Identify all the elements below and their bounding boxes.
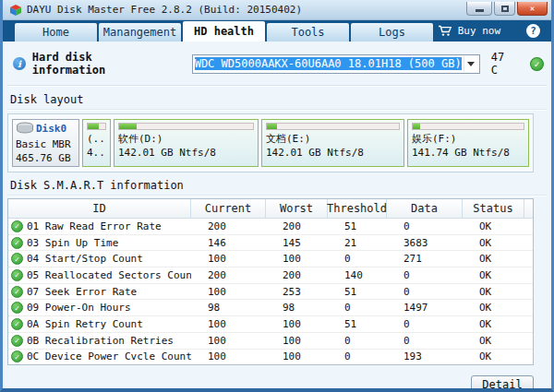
partition-detail: 4... [87, 146, 106, 160]
attribute-current-cell: 100 [191, 318, 266, 330]
partition-name: 软件(D:) [118, 132, 254, 146]
attribute-threshold-cell: 0 [328, 302, 387, 314]
disk-temperature: 47 C [491, 51, 517, 77]
ok-check-icon: ✓ [11, 335, 23, 347]
smart-table-row[interactable]: ✓0C Device Power Cvcle Count1001000193OK [8, 350, 533, 366]
smart-table-row[interactable]: ✓09 Power-On Hours989801497OK [8, 300, 533, 316]
ok-check-icon: ✓ [11, 220, 23, 232]
attribute-current-cell: 98 [191, 302, 266, 314]
ok-check-icon: ✓ [11, 318, 23, 330]
column-header-filler [524, 199, 533, 218]
attribute-threshold-cell: 0 [328, 350, 387, 362]
smart-table-row[interactable]: ✓03 Spin Up Time146145213683OK [8, 235, 533, 252]
partition-detail: 141.74 GB Ntfs/8 [412, 146, 524, 160]
nav-tab-bar: HomeManangementHD healthToolsLogs Buy no… [3, 20, 551, 42]
ok-check-icon: ✓ [11, 286, 23, 298]
attribute-threshold-cell: 0 [328, 335, 387, 347]
attribute-data-cell: 271 [387, 253, 463, 265]
ok-check-icon: ✓ [11, 253, 23, 265]
attribute-id-cell: ✓07 Seek Error Rate [8, 286, 191, 298]
minimize-button[interactable] [466, 2, 492, 16]
close-button[interactable]: ✕ [517, 2, 548, 16]
attribute-id-text: 04 Start/Stop Count [27, 253, 143, 265]
partition-block-0[interactable]: (...4... [82, 119, 111, 167]
attribute-id-cell: ✓03 Spin Up Time [8, 237, 191, 249]
buy-now-button[interactable]: Buy now [438, 20, 500, 42]
disk0-block[interactable]: Disk0 Basic MBR 465.76 GB [12, 119, 79, 167]
column-header-data[interactable]: Data [387, 199, 463, 218]
attribute-worst-cell: 100 [266, 318, 328, 330]
attribute-id-cell: ✓05 Reallocated Sectors Count [8, 269, 191, 281]
column-header-threshold[interactable]: Threshold [328, 199, 387, 218]
column-header-status[interactable]: Status [463, 199, 524, 218]
partition-usage-fill [119, 124, 137, 129]
detail-button[interactable]: Detail [471, 375, 534, 392]
tab-strip: HomeManangementHD healthToolsLogs [15, 21, 435, 42]
footer: Detail [7, 375, 534, 392]
app-window: DAYU Disk Master Free 2.8.2 (Build: 2015… [0, 0, 554, 392]
partition-block-2[interactable]: 文档(E:)142.01 GB Ntfs/8 [261, 119, 404, 167]
hard-disk-info-label: Hard disk information [32, 51, 170, 77]
tab-tools[interactable]: Tools [267, 23, 349, 42]
attribute-id-text: 07 Seek Error Rate [27, 286, 137, 298]
partition-list: (...4...软件(D:)142.01 GB Ntfs/8文档(E:)142.… [82, 119, 529, 167]
partition-usage-bar [118, 123, 254, 130]
attribute-current-cell: 146 [191, 237, 266, 249]
app-logo-icon [9, 4, 22, 17]
attribute-threshold-cell: 21 [328, 237, 387, 249]
attribute-worst-cell: 200 [266, 269, 328, 281]
attribute-status-cell: OK [463, 350, 524, 362]
smart-table-row[interactable]: ✓04 Start/Stop Count1001000271OK [8, 251, 533, 267]
maximize-button[interactable] [494, 2, 515, 16]
tab-hd-health[interactable]: HD health [183, 21, 265, 42]
ok-check-icon: ✓ [11, 269, 23, 281]
tab-home[interactable]: Home [15, 23, 97, 42]
attribute-worst-cell: 98 [266, 302, 328, 314]
partition-name: 娱乐(F:) [412, 132, 524, 146]
partition-usage-fill [413, 124, 420, 129]
disk-size: 465.76 GB [16, 151, 76, 165]
column-header-id[interactable]: ID [8, 199, 191, 218]
attribute-data-cell: 3683 [387, 237, 463, 249]
dropdown-arrow-icon[interactable] [464, 56, 478, 72]
tab-manangement[interactable]: Manangement [99, 23, 181, 42]
attribute-id-text: 09 Power-On Hours [27, 302, 131, 314]
maximize-icon [501, 6, 509, 12]
attribute-status-cell: OK [463, 220, 524, 232]
attribute-worst-cell: 100 [266, 253, 328, 265]
smart-table-row[interactable]: ✓0A Spin Retry Count100100510OK [8, 316, 533, 333]
partition-name: 文档(E:) [266, 132, 400, 146]
partition-block-3[interactable]: 娱乐(F:)141.74 GB Ntfs/8 [407, 119, 529, 167]
attribute-id-cell: ✓0C Device Power Cvcle Count [8, 350, 191, 362]
partition-name: (... [87, 132, 106, 146]
attribute-threshold-cell: 51 [328, 318, 387, 330]
column-header-worst[interactable]: Worst [266, 199, 328, 218]
disk-layout-section-label: Disk layout [7, 87, 547, 111]
question-mark-icon: ? [530, 25, 536, 37]
smart-table-row[interactable]: ✓0B Recalibration Retries10010000OK [8, 333, 533, 350]
smart-table-row[interactable]: ✓01 Raw Read Error Rate200200510OK [8, 219, 533, 235]
tab-logs[interactable]: Logs [351, 23, 433, 42]
hard-disk-info-row: i Hard disk information WDC WD5000AAKX-6… [7, 51, 547, 87]
attribute-id-text: 0C Device Power Cvcle Count [27, 350, 191, 362]
selected-disk-value: WDC WD5000AAKX-60U6AA0 18.01H18 (500 GB) [195, 57, 462, 70]
attribute-threshold-cell: 51 [328, 220, 387, 232]
attribute-id-text: 01 Raw Read Error Rate [27, 220, 162, 232]
attribute-worst-cell: 145 [266, 237, 328, 249]
ok-check-icon: ✓ [11, 237, 23, 249]
window-title: DAYU Disk Master Free 2.8.2 (Build: 2015… [27, 4, 466, 16]
attribute-id-text: 03 Spin Up Time [27, 237, 118, 249]
attribute-status-cell: OK [463, 253, 524, 265]
attribute-id-text: 0B Recalibration Retries [27, 335, 174, 347]
attribute-data-cell: 0 [387, 220, 463, 232]
disk-select-dropdown[interactable]: WDC WD5000AAKX-60U6AA0 18.01H18 (500 GB) [192, 54, 480, 74]
column-header-current[interactable]: Current [191, 199, 266, 218]
smart-section-label: Disk S.M.A.R.T information [7, 172, 547, 196]
smart-table-row[interactable]: ✓07 Seek Error Rate100253510OK [8, 284, 533, 301]
disk-name: Disk0 [36, 122, 66, 136]
help-button[interactable]: ? [526, 24, 540, 38]
attribute-id-cell: ✓01 Raw Read Error Rate [8, 220, 191, 232]
partition-block-1[interactable]: 软件(D:)142.01 GB Ntfs/8 [114, 119, 259, 167]
smart-table-row[interactable]: ✓05 Reallocated Sectors Count2002001400O… [8, 267, 533, 284]
attribute-current-cell: 100 [191, 286, 266, 298]
